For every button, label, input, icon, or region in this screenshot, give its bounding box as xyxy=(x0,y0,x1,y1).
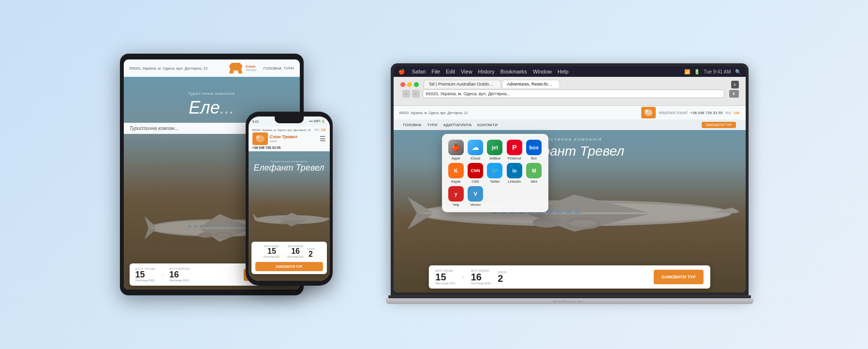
phone-checkout-field: ДАТА ВИЇЗДУ 16 Листопад 2021 xyxy=(287,245,304,258)
browser-guests-count[interactable]: 2 xyxy=(498,274,507,283)
browser-book-button[interactable]: ЗАМОВИТИ ТУР xyxy=(654,270,704,284)
forward-button[interactable]: › xyxy=(412,90,420,98)
tablet-checkin-day[interactable]: 15 xyxy=(135,270,145,279)
bookmark-apple[interactable]: 🍎 Apple xyxy=(448,140,464,160)
clock-display: Tue 9:41 AM xyxy=(704,69,731,74)
tablet-nav-tours[interactable]: ТУРИ xyxy=(283,66,294,71)
plus-icon: + xyxy=(734,82,736,87)
browser-phone-display: +38 048 726 33 55 xyxy=(690,111,722,115)
browser-lang-ua[interactable]: UA xyxy=(734,111,740,115)
nav-contacts[interactable]: КОНТАКТИ xyxy=(477,123,498,127)
close-button[interactable] xyxy=(400,82,405,87)
jet-bookmark-label: JetBlue xyxy=(489,157,500,160)
address-text: 65020, Україна, м. Одеса, вул. Дегтярна.… xyxy=(426,91,511,96)
nav-tours[interactable]: ТУРИ xyxy=(427,123,437,127)
browser-checkin-day[interactable]: 15 xyxy=(435,272,455,282)
browser-checkin: ДАТА ЗАЇЗДУ 15 Листопад 2021 xyxy=(435,269,455,285)
phone-lang-ru[interactable]: RU xyxy=(314,128,319,131)
phone-checkout-day[interactable]: 16 xyxy=(287,247,304,255)
kayak-bookmark-label: Kayak xyxy=(451,180,460,183)
minimize-button[interactable] xyxy=(407,82,412,87)
bookmark-icloud[interactable]: ☁ iCloud xyxy=(467,140,484,160)
phone-logo-text: Слон Тревел xyxy=(270,135,297,140)
browser-tab-2[interactable]: Taf | Premium Australian Outdoor Furn-it… xyxy=(424,80,501,88)
bookmark-pinterest[interactable]: P Pinterest xyxy=(506,140,523,160)
twitter-bookmark-icon: 🐦 xyxy=(487,163,502,178)
macbook-screen-inner: 🍎 Safari File Edit View History Bookmark… xyxy=(394,66,746,292)
mint-bookmark-icon: M xyxy=(526,163,542,178)
traffic-lights xyxy=(400,82,419,87)
browser-lang-ru[interactable]: RU xyxy=(725,111,731,115)
menu-window[interactable]: Window xyxy=(533,69,552,74)
phone-checkin-day[interactable]: 15 xyxy=(264,247,280,255)
maximize-button[interactable] xyxy=(414,82,419,87)
macbook-bottom: MacBook Air xyxy=(386,298,753,304)
bookmark-venmo[interactable]: V Venmo xyxy=(467,186,484,206)
browser-checkout-day[interactable]: 16 xyxy=(471,272,491,282)
phone-header: 65020, Україна, м. Одеса, вул. Дегтярна,… xyxy=(249,126,330,151)
box-bookmark-label: Box xyxy=(531,157,537,160)
browser-content: 65020, Україна, м. Одеса, вул. Дегтярна,… xyxy=(394,106,746,292)
phone-address-text: 65020, Україна, м. Одеса, вул. Дегтярна,… xyxy=(252,129,311,131)
menu-help[interactable]: Help xyxy=(558,69,569,74)
svg-point-42 xyxy=(645,109,648,113)
tablet-checkout-field: ДАТА ВИЇЗДУ 16 Листопад 2021 xyxy=(169,267,191,282)
browser-elephant xyxy=(642,108,655,117)
search-icon[interactable]: 🔍 xyxy=(735,69,741,74)
phone-lang-switcher: RU UA xyxy=(314,128,325,131)
phone-menu-icon[interactable]: ☰ xyxy=(320,135,326,143)
tablet-checkout-day[interactable]: 16 xyxy=(169,270,179,279)
back-button[interactable]: ‹ xyxy=(402,90,410,98)
bookmark-box[interactable]: box Box xyxy=(526,140,542,160)
bookmarks-grid: 🍎 Apple ☁ iCloud jet JetBlue xyxy=(448,140,543,206)
linkedin-bookmark-label: LinkedIn xyxy=(508,180,521,183)
bookmark-twitter[interactable]: 🐦 Twitter xyxy=(486,163,503,183)
tablet-nav-home[interactable]: ГОЛОВНА xyxy=(264,66,282,71)
jet-bookmark-icon: jet xyxy=(487,140,502,155)
phone-contact-phone[interactable]: +38 048 726 33 55 xyxy=(252,146,326,149)
menu-safari[interactable]: Safari xyxy=(412,69,426,74)
phone-checkout-month: Листопад 2021 xyxy=(287,255,304,258)
apple-bookmark-icon: 🍎 xyxy=(448,140,464,155)
menu-view[interactable]: View xyxy=(461,69,472,74)
nav-order-btn[interactable]: ЗАМОВИТИ ТУР xyxy=(702,122,736,128)
macbook-browser: Taf | Premium Australian Outdoor Furn-it… xyxy=(394,77,746,292)
phone-lang-ua[interactable]: UA xyxy=(321,128,325,131)
menu-history[interactable]: History xyxy=(478,69,495,74)
browser-book-wrap: ЗАМОВИТИ ТУР xyxy=(654,270,704,284)
new-tab-button[interactable]: + xyxy=(731,81,739,88)
phone-device: 9:41 ▪▪▪ WiFi 🔋 65020, Україна, м. Одеса… xyxy=(246,112,333,286)
linkedin-bookmark-icon: in xyxy=(507,163,522,178)
macbook-menu-items: Safari File Edit View History Bookmarks … xyxy=(412,69,569,74)
share-icon: ⬆ xyxy=(732,92,736,96)
menu-edit[interactable]: Edit xyxy=(446,69,455,74)
share-button[interactable]: ⬆ xyxy=(729,90,739,98)
nav-home[interactable]: ГОЛОВНА xyxy=(403,123,422,127)
bookmark-linkedin[interactable]: in LinkedIn xyxy=(506,163,523,183)
venmo-bookmark-label: Venmo xyxy=(470,203,481,206)
phone-booking-widget: ДАТА ЗАЇЗДУ 15 Листопад 2021 › ДАТА ВИЇЗ… xyxy=(251,242,327,274)
nav-adapt[interactable]: АДАПТАПЛИТА xyxy=(443,123,472,127)
bookmark-kayak[interactable]: K Kayak xyxy=(448,163,464,183)
browser-site-address: 65020, Україна, м. Одеса, вул. Дегтярна,… xyxy=(399,111,468,115)
bookmark-jet[interactable]: jet JetBlue xyxy=(486,140,503,160)
mint-bookmark-label: Mint xyxy=(531,180,537,183)
tablet-logo-icon xyxy=(229,63,243,73)
bookmark-yelp[interactable]: y Yelp xyxy=(448,186,464,206)
bookmark-mint[interactable]: M Mint xyxy=(526,163,542,183)
address-bar[interactable]: 65020, Україна, м. Одеса, вул. Дегтярна.… xyxy=(423,89,724,98)
phone-logo-sub: travel xyxy=(270,140,297,143)
menu-bookmarks[interactable]: Bookmarks xyxy=(500,69,527,74)
venmo-bookmark-icon: V xyxy=(468,186,483,202)
bookmark-cnn[interactable]: CNN CNN xyxy=(467,163,484,183)
menu-file[interactable]: File xyxy=(431,69,440,74)
browser-chrome: Taf | Premium Australian Outdoor Furn-it… xyxy=(394,77,746,106)
browser-tab-1[interactable]: Adventures, Resto-food, Life... xyxy=(502,80,560,88)
browser-guests: ЛІЖОК 2 xyxy=(498,271,507,283)
phone-guests-field: ЛІЖОК 2 xyxy=(307,247,314,258)
apple-menu-icon[interactable]: 🍎 xyxy=(398,69,405,75)
phone-screen: 9:41 ▪▪▪ WiFi 🔋 65020, Україна, м. Одеса… xyxy=(249,116,330,281)
phone-book-button[interactable]: ЗАМОВИТИ ТУР xyxy=(255,262,323,271)
yelp-bookmark-icon: y xyxy=(448,186,464,202)
phone-guests-count[interactable]: 2 xyxy=(307,250,314,258)
